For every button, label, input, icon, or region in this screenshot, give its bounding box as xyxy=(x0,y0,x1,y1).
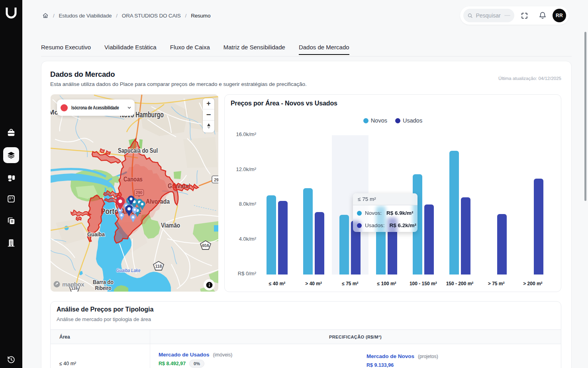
svg-text:Ribeiro: Ribeiro xyxy=(95,284,112,291)
svg-text:29: 29 xyxy=(214,177,218,182)
svg-text:40A: 40A xyxy=(202,243,210,248)
svg-text:Viamão: Viamão xyxy=(161,222,180,229)
svg-text:Guaíba Lake: Guaíba Lake xyxy=(116,267,141,273)
svg-text:Sapucaia do Sul: Sapucaia do Sul xyxy=(118,147,158,154)
svg-text:Guaíba: Guaíba xyxy=(87,231,105,238)
svg-text:118: 118 xyxy=(155,264,162,269)
